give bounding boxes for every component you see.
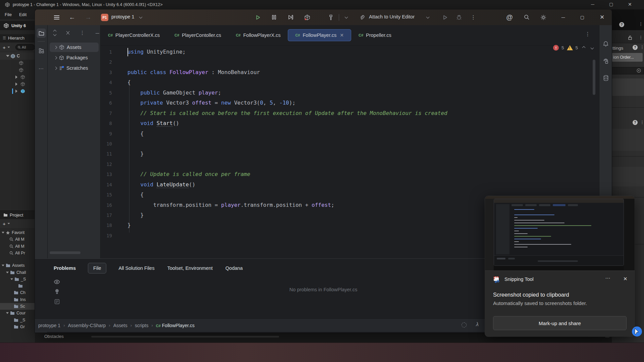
breadcrumb-item[interactable]: scripts bbox=[135, 323, 148, 328]
settings-gear-icon[interactable] bbox=[538, 9, 549, 25]
project-tree-item[interactable]: _S bbox=[0, 276, 35, 283]
step-button[interactable] bbox=[285, 9, 297, 25]
attach-paperclip-icon[interactable] bbox=[356, 9, 368, 25]
code-line[interactable]: public GameObject player; bbox=[127, 88, 590, 98]
code-line[interactable]: } bbox=[127, 149, 590, 159]
editor-tab[interactable]: C#Propeller.cs bbox=[351, 29, 399, 41]
code-line[interactable]: private Vector3 offest = new Vector3(0, … bbox=[127, 98, 590, 108]
notifications-bell-icon[interactable] bbox=[601, 39, 610, 49]
explorer-item-packages[interactable]: Packages bbox=[50, 53, 99, 62]
unity-menu-edit[interactable]: Edit bbox=[19, 12, 26, 17]
expand-all-icon[interactable] bbox=[54, 30, 56, 36]
editor-tab[interactable]: C#PlayerContoller.cs bbox=[167, 29, 228, 41]
code-line[interactable]: // Start is called once before the first… bbox=[127, 108, 590, 118]
project-tree-item[interactable]: Favorit bbox=[0, 229, 35, 236]
project-add-dropdown-icon[interactable] bbox=[7, 223, 10, 224]
line-number[interactable]: 13 bbox=[101, 169, 116, 179]
tab-list-icon[interactable]: ⋮ bbox=[585, 31, 590, 37]
rider-maximize-button[interactable]: ▢ bbox=[577, 9, 588, 25]
collapse-all-icon[interactable] bbox=[67, 30, 69, 36]
hierarchy-search-input[interactable]: All bbox=[15, 44, 35, 50]
line-number[interactable]: 14 bbox=[101, 180, 116, 190]
database-icon[interactable] bbox=[601, 73, 610, 83]
kebab-menu-icon[interactable]: ⋮ bbox=[640, 45, 644, 50]
unity-minimize-button[interactable]: ─ bbox=[591, 2, 594, 7]
execution-order-button[interactable]: ion Order... bbox=[612, 53, 643, 62]
project-tree-item[interactable]: Gr bbox=[0, 323, 35, 330]
ai-assistant-icon[interactable]: @ bbox=[504, 9, 515, 25]
line-number[interactable]: 10 bbox=[101, 139, 116, 149]
line-number[interactable]: 6 bbox=[101, 98, 116, 108]
prev-problem-icon[interactable] bbox=[582, 46, 586, 50]
close-tab-icon[interactable]: ✕ bbox=[340, 33, 344, 38]
profiler-icon[interactable] bbox=[601, 57, 610, 66]
help-icon[interactable]: ? bbox=[619, 22, 624, 27]
options-doc-icon[interactable] bbox=[54, 299, 60, 304]
main-menu-icon[interactable] bbox=[51, 9, 62, 25]
hierarchy-item[interactable] bbox=[0, 74, 35, 80]
hierarchy-item[interactable] bbox=[0, 60, 35, 66]
problems-tab[interactable]: File bbox=[88, 263, 106, 274]
unity-horizontal-scrollbar[interactable] bbox=[91, 336, 279, 338]
attach-to-unity-label[interactable]: Attach to Unity Editor bbox=[369, 14, 415, 19]
problems-tab[interactable]: Qodana bbox=[225, 263, 244, 273]
code-line[interactable] bbox=[127, 139, 590, 149]
code-line[interactable]: { bbox=[127, 77, 590, 87]
attach-chevron-icon[interactable] bbox=[426, 15, 430, 19]
kebab-menu-icon[interactable]: ⋮ bbox=[639, 35, 643, 40]
project-badge[interactable]: P1 bbox=[101, 14, 108, 21]
kebab-menu-icon[interactable]: ⋮ bbox=[639, 21, 643, 26]
problems-tab[interactable]: Toolset, Environment bbox=[167, 263, 213, 273]
help-icon[interactable]: ? bbox=[633, 120, 638, 125]
search-everywhere-icon[interactable] bbox=[521, 9, 532, 25]
problems-tab[interactable]: All Solution Files bbox=[118, 263, 155, 273]
project-tree-item[interactable]: _S bbox=[0, 317, 35, 323]
markup-share-button[interactable]: Mark-up and share bbox=[493, 316, 627, 330]
notification-more-icon[interactable]: … bbox=[605, 274, 611, 280]
panel-options-icon[interactable]: ⋮ bbox=[80, 30, 85, 36]
line-number[interactable]: 9 bbox=[101, 129, 116, 139]
breadcrumb-item[interactable]: Assets bbox=[113, 323, 127, 328]
project-toolwindow-icon[interactable] bbox=[37, 28, 46, 38]
code-line[interactable]: public class FollowPlayer : MonoBehaviou… bbox=[127, 67, 590, 77]
project-tree-item[interactable]: Ins bbox=[0, 296, 35, 303]
line-number[interactable]: 1 bbox=[101, 47, 116, 57]
line-number[interactable]: 7 bbox=[101, 108, 116, 118]
project-tree-item[interactable]: Chall bbox=[0, 269, 35, 276]
unity-play-mode-icon[interactable] bbox=[302, 9, 313, 25]
line-number[interactable]: 4 bbox=[101, 77, 116, 87]
pause-button[interactable] bbox=[268, 9, 280, 25]
breadcrumb-item[interactable]: C# FollowPlayer.cs bbox=[156, 323, 195, 328]
kebab-menu-icon[interactable]: ⋮ bbox=[640, 120, 644, 125]
project-tree-item[interactable]: All Pr bbox=[0, 250, 35, 256]
editor-scrollbar[interactable] bbox=[593, 60, 595, 95]
inspection-widget[interactable]: ! 5 5 bbox=[553, 45, 593, 51]
line-number[interactable]: 15 bbox=[101, 190, 116, 200]
editor-tab[interactable]: C#FollowPlayer.cs✕ bbox=[288, 29, 351, 41]
line-number[interactable]: 12 bbox=[101, 159, 116, 169]
project-tree-item[interactable]: Sc bbox=[0, 303, 35, 310]
project-add-button[interactable]: + bbox=[3, 221, 6, 227]
explorer-item-assets[interactable]: Assets bbox=[50, 43, 99, 52]
scene-name[interactable]: C bbox=[17, 54, 20, 58]
project-tree-item[interactable]: Ch bbox=[0, 289, 35, 296]
next-problem-icon[interactable] bbox=[591, 46, 594, 50]
preview-eye-icon[interactable] bbox=[54, 280, 60, 284]
rider-close-button[interactable]: ✕ bbox=[596, 9, 608, 25]
hierarchy-add-dropdown-icon[interactable] bbox=[7, 47, 10, 48]
run-button[interactable] bbox=[252, 9, 264, 25]
run-disabled-icon[interactable] bbox=[439, 9, 451, 25]
debug-bug-icon[interactable] bbox=[453, 9, 465, 25]
project-tree-item[interactable]: Cour bbox=[0, 310, 35, 316]
hierarchy-item[interactable] bbox=[0, 81, 35, 87]
line-number[interactable]: 17 bbox=[101, 210, 116, 220]
run-widget-chevron-icon[interactable] bbox=[345, 15, 348, 19]
scene-collapse-icon[interactable] bbox=[6, 55, 9, 57]
build-hammer-icon[interactable] bbox=[325, 9, 337, 25]
structure-toolwindow-icon[interactable] bbox=[37, 46, 46, 55]
project-tree-item[interactable]: All M bbox=[0, 243, 35, 250]
explorer-item-scratches[interactable]: Scratches bbox=[50, 63, 99, 73]
code-line[interactable]: void Start() bbox=[127, 118, 590, 128]
notification-close-icon[interactable]: ✕ bbox=[623, 276, 628, 282]
project-panel-scrollbar[interactable] bbox=[50, 251, 80, 254]
